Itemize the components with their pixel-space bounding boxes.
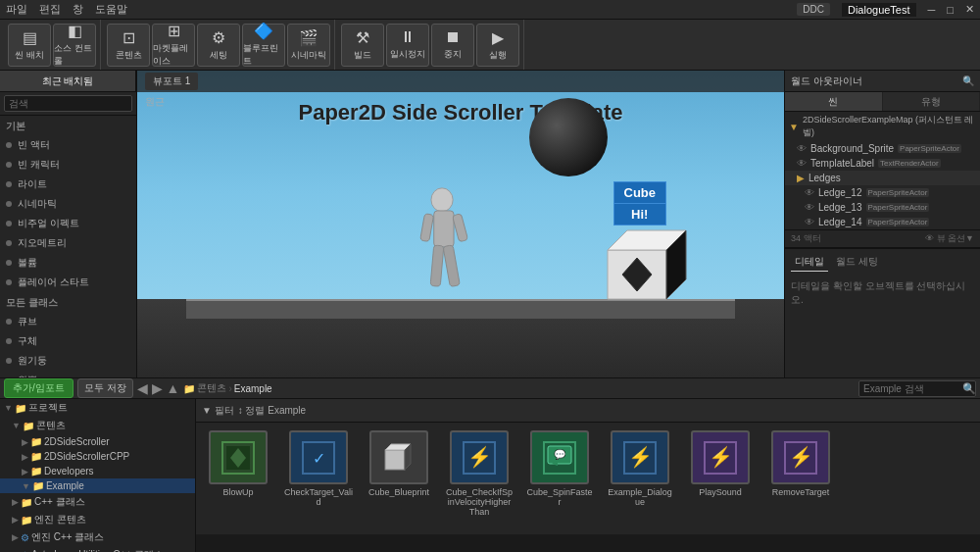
- content-item-checktarget[interactable]: ✓ CheckTarget_Valid: [284, 430, 353, 507]
- tree-item-project[interactable]: ▼ 📁 프로젝트: [0, 399, 195, 417]
- tree-item-developers[interactable]: ▶ 📁 Developers: [0, 464, 195, 478]
- cube-label: 큐브: [18, 315, 37, 328]
- nav-back-btn[interactable]: ◀: [137, 380, 148, 396]
- cyl-label: 원기둥: [18, 354, 47, 368]
- viewport-tab-label[interactable]: 뷰포트 1: [145, 73, 198, 90]
- tree-item-2d-side-scroller-cpp[interactable]: ▶ 📁 2DSideScrollerCPP: [0, 449, 195, 464]
- tree-project-label: 프로젝트: [28, 401, 68, 415]
- outliner-search-icon[interactable]: 🔍: [962, 75, 974, 86]
- tab-type[interactable]: 유형: [883, 92, 981, 111]
- tree-example-label: Example: [46, 480, 84, 491]
- tree-item-engine-content[interactable]: ▶ 📁 엔진 콘텐츠: [0, 511, 195, 528]
- outliner-item-map[interactable]: ▼ 2DSideScrollerExampleMap (퍼시스턴트 레벨): [785, 112, 980, 141]
- window-minimize[interactable]: ─: [928, 4, 936, 16]
- tab-scene[interactable]: 씬: [785, 92, 883, 111]
- tree-item-engine-cpp[interactable]: ▶ ⚙ 엔진 C++ 클래스: [0, 528, 195, 546]
- content-item-cube-checkspin[interactable]: ⚡ Cube_CheckIfSpinVelocityHigherThan: [445, 430, 514, 517]
- list-item-sphere[interactable]: 구체: [0, 331, 136, 351]
- tree-item-example[interactable]: ▼ 📁 Example: [0, 478, 195, 493]
- menu-edit[interactable]: 편집: [39, 2, 61, 17]
- content-btn[interactable]: ⊡ 콘텐츠: [107, 24, 150, 67]
- pause-btn[interactable]: ⏸ 일시정지: [386, 24, 429, 67]
- tree-2dss-cpp-label: 2DSideScrollerCPP: [44, 451, 129, 462]
- outliner-item-ledge14[interactable]: 👁 Ledge_14 PaperSpriteActor: [785, 215, 980, 229]
- tab-recent-placement[interactable]: 최근 배치됨: [0, 71, 136, 91]
- list-item-cylinder[interactable]: 원기둥: [0, 351, 136, 371]
- content-icon: ⊡: [122, 28, 135, 47]
- window-maximize[interactable]: □: [947, 4, 954, 16]
- svg-rect-5: [443, 245, 460, 287]
- blowup-label: BlowUp: [222, 487, 253, 497]
- list-item-empty-actor[interactable]: 빈 액터: [0, 135, 136, 155]
- cube-spinfaster-icon: ⚡: [620, 438, 660, 477]
- scene-placement-btn[interactable]: ▤ 씬 배치: [8, 24, 51, 67]
- tree-item-cpp-classes[interactable]: ▶ 📁 C++ 클래스: [0, 493, 195, 511]
- content-item-cube-bp[interactable]: Cube_Blueprint: [365, 430, 433, 497]
- content-item-removetarget[interactable]: ⚡ RemoveTarget: [766, 430, 835, 497]
- cube-dot: [6, 319, 12, 325]
- content-item-playsound[interactable]: ⚡ PlaySound: [686, 430, 755, 497]
- character-actor[interactable]: [416, 186, 469, 304]
- vfx-label: 비주얼 이펙트: [18, 217, 79, 230]
- nav-forward-btn[interactable]: ▶: [152, 380, 163, 396]
- outliner-item-ledges-folder[interactable]: ▶ Ledges: [785, 171, 980, 185]
- list-item-cube[interactable]: 큐브: [0, 312, 136, 331]
- menu-file[interactable]: 파일: [6, 2, 27, 17]
- left-search-input[interactable]: [4, 95, 132, 112]
- add-import-btn[interactable]: 추가/임포트: [4, 378, 74, 398]
- source-control-btn[interactable]: ◧ 소스 컨트롤: [53, 24, 96, 67]
- cinematic-btn[interactable]: 🎬 시네마틱: [287, 24, 330, 67]
- outliner-item-ledge13[interactable]: 👁 Ledge_13 PaperSpriteActor: [785, 200, 980, 215]
- stop-btn[interactable]: ⏹ 중지: [431, 24, 474, 67]
- list-item-cone[interactable]: 원뿔: [0, 371, 136, 377]
- checktarget-label: CheckTarget_Valid: [284, 487, 353, 507]
- content-items-grid: BlowUp ✓ CheckTarget_Valid: [196, 423, 980, 552]
- outliner-item-ledge12[interactable]: 👁 Ledge_12 PaperSpriteActor: [785, 185, 980, 200]
- blueprint-btn[interactable]: 🔷 블루프린트: [242, 24, 285, 67]
- actor-count: 34 액터: [791, 232, 821, 245]
- window-close[interactable]: ✕: [965, 3, 974, 16]
- checktarget-thumb: ✓: [289, 430, 348, 484]
- cube-3d-object[interactable]: [588, 211, 696, 319]
- list-item-visual-effects[interactable]: 비주얼 이펙트: [0, 214, 136, 233]
- list-item-geometry[interactable]: 지오메트리: [0, 233, 136, 253]
- tree-item-actor-layer[interactable]: ▶ ⚙ ActorLayerUtilities C++ 클래스: [0, 546, 195, 552]
- settings-btn[interactable]: ⚙ 세팅: [197, 24, 240, 67]
- content-arrow: ▼: [12, 421, 21, 430]
- main-layout: 최근 배치됨 기본 빈 액터 빈 캐릭터 라이트 시네마틱: [0, 71, 980, 377]
- source-control-label: 소스 컨트롤: [54, 42, 95, 68]
- list-item-empty-character[interactable]: 빈 캐릭터: [0, 155, 136, 175]
- play-btn[interactable]: ▶ 실행: [476, 24, 519, 67]
- tab-world-settings[interactable]: 월드 세팅: [832, 253, 882, 272]
- svg-text:⚡: ⚡: [709, 445, 733, 469]
- tab-details[interactable]: 디테일: [791, 253, 828, 272]
- outliner-item-template-label[interactable]: 👁 TemplateLabel TextRenderActor: [785, 156, 980, 171]
- content-item-cube-spinfaster[interactable]: ⚡ Example_Dialogue: [606, 430, 674, 507]
- marketplace-btn[interactable]: ⊞ 마켓플레이스: [152, 24, 195, 67]
- filter-label: ▼ 필터: [202, 404, 234, 418]
- engine-cpp-arrow: ▶: [12, 532, 19, 542]
- ledges-folder-label: Ledges: [808, 173, 841, 183]
- breadcrumb-content[interactable]: 콘텐츠: [197, 381, 226, 395]
- menu-window[interactable]: 창: [73, 2, 83, 17]
- list-item-light[interactable]: 라이트: [0, 175, 136, 194]
- viewport[interactable]: 뷰포트 1 Paper2D Side Scroller Template: [137, 71, 784, 377]
- build-btn[interactable]: ⚒ 빌드: [341, 24, 384, 67]
- content-search-input[interactable]: [858, 380, 976, 397]
- project-folder-icon: 📁: [15, 403, 26, 414]
- menu-help[interactable]: 도움말: [95, 2, 127, 17]
- save-all-btn[interactable]: 모두 저장: [77, 378, 133, 398]
- view-options-icon[interactable]: 👁 뷰 옵션▼: [925, 232, 974, 245]
- list-item-player-start[interactable]: 플레이어 스타트: [0, 273, 136, 292]
- outliner-item-bg-sprite[interactable]: 👁 Background_Sprite PaperSpriteActor: [785, 141, 980, 156]
- list-item-volume[interactable]: 볼륨: [0, 253, 136, 273]
- list-item-cinematic[interactable]: 시네마틱: [0, 194, 136, 214]
- project-arrow: ▼: [4, 403, 13, 413]
- content-item-blowup[interactable]: BlowUp: [204, 430, 272, 497]
- tree-item-content[interactable]: ▼ 📁 콘텐츠: [0, 417, 195, 434]
- content-item-example-dialogue[interactable]: 💬 Cube_SpinFaster: [525, 430, 594, 507]
- nav-up-btn[interactable]: ▲: [167, 380, 180, 396]
- light-label: 라이트: [18, 177, 47, 191]
- tree-item-2d-side-scroller[interactable]: ▶ 📁 2DSideScroller: [0, 434, 195, 449]
- content-browser: ▼ 필터 ↕ 정렬 Example BlowUp: [196, 399, 980, 552]
